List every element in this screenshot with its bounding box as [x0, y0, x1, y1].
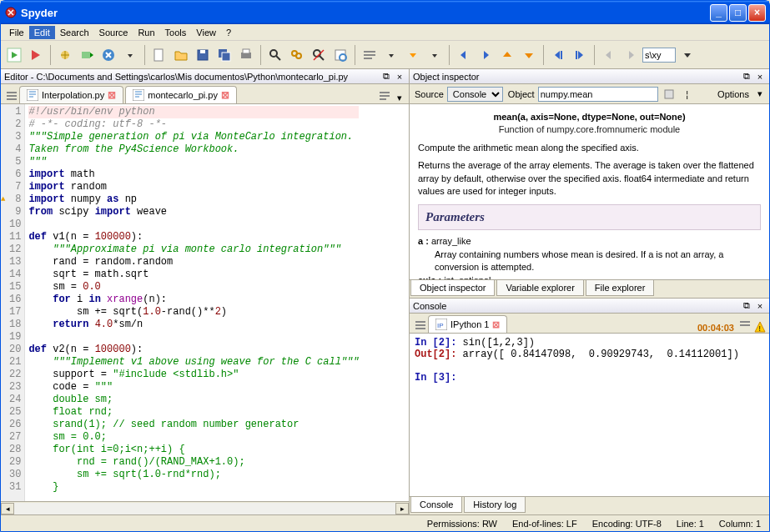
menu-search[interactable]: Search [55, 26, 94, 39]
tab-close-icon[interactable]: ⊠ [221, 90, 229, 100]
preferences-icon[interactable] [98, 45, 118, 65]
options-dropdown-icon[interactable]: ▾ [754, 88, 766, 100]
new-file-icon[interactable] [149, 45, 169, 65]
minimize-button[interactable]: _ [710, 4, 727, 22]
editor-header: Editor - C:\Documents and Settings\carlo… [1, 69, 409, 84]
status-permissions: Permissions: RW [427, 519, 497, 529]
debug-icon[interactable] [55, 45, 75, 65]
menu-file[interactable]: File [4, 26, 29, 39]
menu-help[interactable]: ? [221, 26, 236, 39]
nav-fwd-icon[interactable] [476, 45, 496, 65]
editor-tab-interpolation[interactable]: Interpolation.py ⊠ [19, 86, 123, 103]
tab-close-icon[interactable]: ⊠ [108, 90, 116, 100]
svg-rect-49 [380, 98, 386, 100]
save-icon[interactable] [193, 45, 213, 65]
inspector-close-icon[interactable]: × [754, 71, 766, 83]
svg-rect-45 [27, 89, 38, 101]
menu-tools[interactable]: Tools [160, 26, 192, 39]
toolbar-combo[interactable] [642, 48, 676, 63]
debug-step-icon[interactable] [77, 45, 97, 65]
goto-icon[interactable] [330, 45, 350, 65]
run-selection-icon[interactable] [26, 45, 46, 65]
status-encoding: Encoding: UTF-8 [592, 519, 662, 529]
zoom-out-icon[interactable] [548, 45, 568, 65]
svg-text:!: ! [759, 324, 762, 333]
svg-marker-31 [460, 51, 466, 59]
dropdown-icon[interactable] [120, 45, 140, 65]
console-header: Console ⧉ × [410, 299, 769, 314]
svg-rect-47 [380, 92, 390, 93]
inspector-save-icon[interactable] [662, 87, 677, 102]
console-bottom-tabs: Console History log [410, 496, 769, 514]
svg-rect-13 [222, 53, 230, 61]
svg-rect-53 [415, 328, 425, 329]
print-icon[interactable] [236, 45, 256, 65]
svg-rect-36 [561, 51, 562, 59]
menubar: File Edit Search Source Run Tools View ? [1, 24, 769, 41]
editor-close-icon[interactable]: × [394, 71, 405, 83]
svg-marker-34 [525, 53, 533, 58]
scroll-left-icon[interactable]: ◂ [1, 503, 14, 514]
svg-marker-6 [90, 53, 93, 58]
console-options-icon[interactable] [737, 318, 752, 333]
tab-history-log[interactable]: History log [464, 497, 526, 513]
svg-marker-40 [629, 51, 634, 59]
toolbar-combo-drop-icon[interactable] [677, 45, 697, 65]
maximize-button[interactable]: □ [729, 4, 747, 22]
console-tab-ipython[interactable]: IP IPython 1 ⊠ [428, 315, 507, 333]
tab-variable-explorer[interactable]: Variable explorer [496, 280, 583, 296]
scroll-right-icon[interactable]: ▸ [395, 503, 409, 514]
dropdown2-icon[interactable] [381, 45, 401, 65]
hist-fwd-icon[interactable] [621, 45, 641, 65]
editor-hscroll[interactable]: ◂ ▸ [1, 501, 409, 514]
zoom-in-icon[interactable] [570, 45, 590, 65]
editor-undock-icon[interactable]: ⧉ [380, 71, 392, 83]
options-label[interactable]: Options [717, 89, 749, 99]
open-file-icon[interactable] [171, 45, 191, 65]
editor-options-icon[interactable] [377, 88, 392, 103]
inspector-header: Object inspector ⧉ × [410, 69, 769, 84]
console-warn-icon[interactable]: ! [754, 321, 766, 333]
find-files-icon[interactable] [287, 45, 307, 65]
collapse-icon[interactable] [403, 45, 423, 65]
find-icon[interactable] [265, 45, 285, 65]
menu-edit[interactable]: Edit [29, 26, 55, 39]
tab-object-inspector[interactable]: Object inspector [410, 280, 495, 296]
dropdown3-icon[interactable] [425, 45, 445, 65]
find-clear-icon[interactable] [309, 45, 329, 65]
code-editor[interactable]: 1234567891011121314151617181920212223242… [1, 104, 409, 501]
console-list-icon[interactable] [413, 318, 428, 333]
console-tab-close-icon[interactable]: ⊠ [492, 319, 500, 330]
console-body[interactable]: In [2]: sin([1,2,3]) Out[2]: array([ 0.8… [410, 334, 769, 496]
toolbar [1, 41, 769, 69]
save-all-icon[interactable] [214, 45, 234, 65]
inspector-tabs: Object inspector Variable explorer File … [410, 279, 769, 298]
comment-icon[interactable] [360, 45, 380, 65]
nav-down-icon[interactable] [519, 45, 539, 65]
titlebar[interactable]: Spyder _ □ × [1, 1, 769, 24]
status-line: Line: 1 [677, 519, 704, 529]
tab-file-explorer[interactable]: File explorer [586, 280, 655, 296]
browse-tabs-icon[interactable]: ▾ [394, 92, 405, 103]
tab-console[interactable]: Console [410, 497, 462, 513]
source-select[interactable]: Console [447, 87, 503, 102]
tab-list-icon[interactable] [4, 88, 19, 103]
menu-run[interactable]: Run [133, 26, 159, 39]
menu-source[interactable]: Source [94, 26, 133, 39]
console-undock-icon[interactable]: ⧉ [741, 300, 752, 312]
menu-view[interactable]: View [191, 26, 221, 39]
object-input[interactable] [538, 87, 658, 102]
svg-marker-33 [503, 52, 511, 57]
editor-header-title: Editor - C:\Documents and Settings\carlo… [4, 72, 379, 82]
close-button[interactable]: × [748, 4, 766, 22]
tab-label: Interpolation.py [42, 90, 104, 100]
hist-back-icon[interactable] [599, 45, 619, 65]
console-timer: 00:04:03 [697, 323, 734, 333]
nav-back-icon[interactable] [454, 45, 474, 65]
status-column: Column: 1 [719, 519, 761, 529]
editor-tab-montecarlo[interactable]: montecarlo_pi.py ⊠ [125, 86, 237, 103]
nav-up-icon[interactable] [497, 45, 517, 65]
inspector-undock-icon[interactable]: ⧉ [741, 71, 752, 83]
run-file-icon[interactable] [4, 45, 24, 65]
console-close-icon[interactable]: × [754, 300, 766, 312]
